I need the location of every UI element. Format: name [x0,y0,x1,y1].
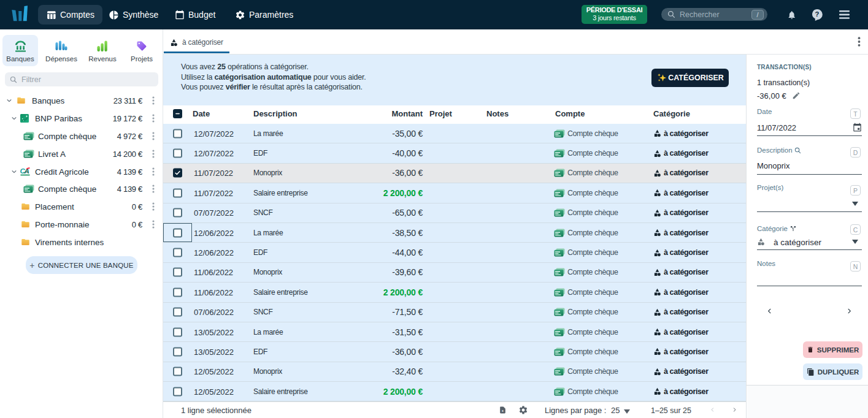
svg-text:x: x [502,409,504,412]
svg-text:?: ? [815,10,820,18]
